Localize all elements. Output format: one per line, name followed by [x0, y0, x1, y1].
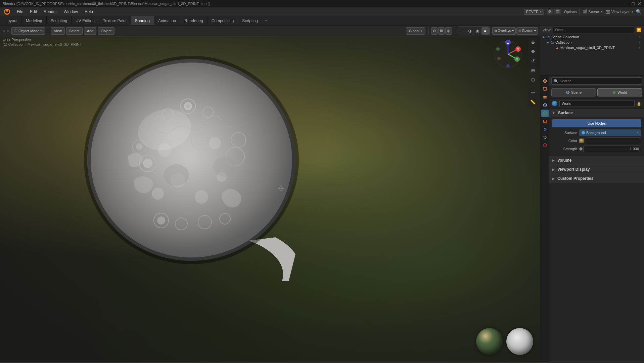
measure-tool[interactable]: 📏 [528, 97, 537, 106]
overlay-btn[interactable]: ⊕ Overlays ▾ [492, 27, 516, 35]
snap-btn[interactable]: ⊞ [438, 27, 445, 35]
tab-texture-paint[interactable]: Texture Paint [99, 16, 131, 25]
search-icon[interactable]: 🔍 [636, 9, 641, 14]
output-props-icon[interactable] [541, 85, 549, 93]
outliner-search-input[interactable] [553, 27, 634, 33]
color-swatch[interactable] [579, 138, 584, 143]
mesh-label: Mexican_sugar_skull_3D_PRINT [560, 46, 615, 50]
scene-props-icon[interactable] [541, 102, 549, 109]
tab-compositing[interactable]: Compositing [208, 16, 238, 25]
world-selector-btn[interactable]: World [597, 88, 642, 96]
custom-props-header[interactable]: ▶ Custom Properties [549, 174, 644, 183]
navigation-gizmo[interactable]: X Y Z [493, 39, 523, 69]
tab-layout[interactable]: Layout [1, 16, 22, 25]
menu-edit[interactable]: Edit [27, 9, 40, 15]
tab-scripting[interactable]: Scripting [238, 16, 262, 25]
solid-btn[interactable]: ◑ [466, 27, 473, 35]
material-btn[interactable]: ◉ [474, 27, 481, 35]
surface-value[interactable]: Background ✕ [579, 129, 641, 136]
window-title: Blender [C:\WORK_IN_PROGRESS\teschio_mex… [3, 2, 210, 6]
hdri-preview-sphere[interactable] [476, 328, 503, 355]
menu-help[interactable]: Help [82, 9, 96, 15]
svg-point-66 [544, 138, 545, 139]
close-btn[interactable]: ✕ [637, 1, 641, 6]
surface-label: Surface [558, 111, 573, 115]
view-layer-selector[interactable]: 📷 View Layer ▾ [605, 9, 633, 14]
tab-rendering[interactable]: Rendering [180, 16, 207, 25]
options-btn[interactable]: Options [564, 10, 577, 14]
tab-shading[interactable]: Shading [131, 16, 154, 25]
tab-animation[interactable]: Animation [154, 16, 180, 25]
cursor-tool[interactable]: ⊕ [528, 38, 537, 46]
outliner-header: View 🔽 [540, 26, 644, 34]
material-preview-sphere[interactable] [506, 328, 533, 355]
object-menu-btn[interactable]: Object [98, 27, 114, 35]
menu-file[interactable]: File [14, 9, 26, 15]
visibility-icon-0[interactable]: 👁 [638, 35, 641, 39]
add-menu-btn[interactable]: Add [84, 27, 97, 35]
props-search-input[interactable] [560, 79, 640, 83]
viewport-toggle-btn[interactable]: ≡ [2, 28, 6, 34]
data-icon[interactable] [541, 142, 549, 149]
use-nodes-btn[interactable]: Use Nodes [552, 119, 641, 127]
color-field[interactable] [586, 137, 641, 144]
top-menu-bar: File Edit Render Window Help EEVEE▾ ⚙ 🎬 … [0, 7, 644, 16]
outliner-collection[interactable]: ▶ 🗂 Collection 👁 [540, 40, 644, 45]
outliner-filter-icon[interactable]: 🔽 [636, 28, 641, 32]
mode-selector[interactable]: ⬡ Object Mode [11, 27, 45, 35]
tab-uv-editing[interactable]: UV Editing [72, 16, 99, 25]
strength-value-field[interactable]: 1.000 [583, 146, 641, 152]
engine-selector[interactable]: EEVEE▾ [524, 9, 544, 15]
outliner-view-btn[interactable]: View [543, 28, 551, 32]
annotate-tool[interactable]: ✏ [528, 88, 537, 97]
world-props-icon[interactable] [541, 110, 549, 117]
world-name-input[interactable] [559, 100, 635, 107]
scene-selector-btn[interactable]: Scene [551, 88, 596, 96]
strength-dot[interactable] [579, 147, 583, 151]
global-selector[interactable]: Global [406, 27, 425, 35]
rendered-btn[interactable]: ● [481, 27, 489, 35]
select-menu-btn[interactable]: Select [66, 27, 83, 35]
visibility-icon-1[interactable]: 👁 [638, 41, 641, 44]
surface-chevron: ✕ [636, 131, 639, 134]
outliner-scene-collection[interactable]: ▶ 🗂 Scene Collection 👁 [540, 34, 644, 40]
blender-logo [3, 8, 11, 15]
move-tool[interactable]: ✥ [528, 47, 537, 56]
maximize-btn[interactable]: □ [632, 1, 635, 6]
viewport-display-header[interactable]: ▶ Viewport Display [549, 165, 644, 174]
svg-point-30 [164, 164, 189, 186]
particles-icon[interactable] [541, 134, 549, 141]
add-workspace-btn[interactable]: + [262, 16, 270, 25]
proportional-btn[interactable]: ◎ [445, 27, 452, 35]
gizmo-btn[interactable]: ⊞ Gizmos ▾ [516, 27, 538, 35]
render-props-icon[interactable] [541, 77, 549, 85]
volume-section-header[interactable]: ▶ Volume [549, 156, 644, 165]
rotate-tool[interactable]: ↺ [528, 56, 537, 65]
viewport-toggle-btn2[interactable]: ≡ [6, 28, 10, 34]
scene-selector[interactable]: 🎬 Scene ▾ [583, 9, 603, 14]
render-settings-icons: ⚙ 🎬 [547, 9, 561, 14]
modifier-icon[interactable] [541, 126, 549, 133]
minimize-btn[interactable]: ─ [626, 1, 629, 6]
tab-modeling[interactable]: Modeling [22, 16, 47, 25]
properties-sidebar-icons [540, 76, 549, 362]
menu-window[interactable]: Window [61, 9, 81, 15]
view-menu-btn[interactable]: View [51, 27, 65, 35]
transform-tool[interactable]: ⊡ [528, 75, 537, 84]
pivot-btn[interactable]: ⊙ [431, 27, 438, 35]
outliner-mesh-item[interactable]: ▲ Mexican_sugar_skull_3D_PRINT 👁 [540, 45, 644, 50]
strength-control: 1.000 [579, 146, 641, 152]
visibility-icon-2[interactable]: 👁 [638, 46, 641, 50]
wireframe-btn[interactable]: □ [458, 27, 466, 35]
object-props-icon[interactable] [541, 118, 549, 125]
menu-render[interactable]: Render [41, 9, 59, 15]
world-shield-icon[interactable]: 🔒 [637, 102, 641, 106]
view-layer-icon[interactable] [541, 93, 549, 101]
tab-sculpting[interactable]: Sculpting [47, 16, 72, 25]
scale-tool[interactable]: ⊞ [528, 66, 537, 75]
render-icon-1[interactable]: ⚙ [547, 9, 553, 14]
render-icon-2[interactable]: 🎬 [554, 9, 561, 14]
scene-collection-icon: 🗂 [546, 35, 550, 39]
surface-section-header[interactable]: ▼ Surface [549, 109, 644, 117]
viewport-3d[interactable]: ≡ ≡ ⬡ Object Mode View Select Add Object… [0, 26, 540, 362]
